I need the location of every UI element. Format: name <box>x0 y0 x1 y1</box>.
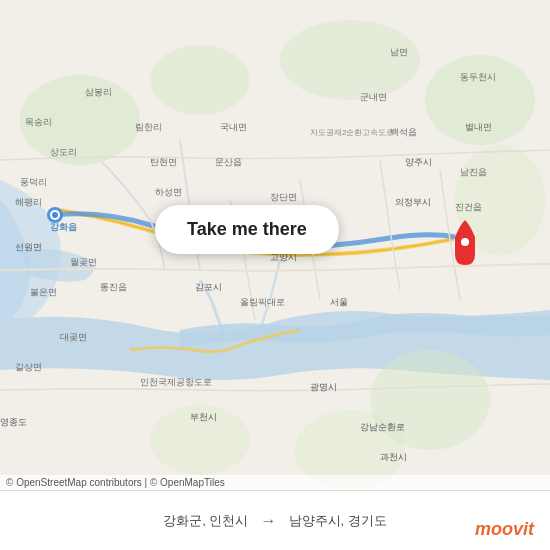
svg-text:동두천시: 동두천시 <box>460 72 496 82</box>
svg-text:남면: 남면 <box>390 47 408 57</box>
svg-text:해평리: 해평리 <box>15 197 42 207</box>
svg-text:올림픽대로: 올림픽대로 <box>240 297 285 307</box>
svg-text:김포시: 김포시 <box>195 282 222 292</box>
svg-text:길상면: 길상면 <box>15 362 42 372</box>
map-attribution: © OpenStreetMap contributors | © OpenMap… <box>0 475 550 490</box>
svg-text:강남순환로: 강남순환로 <box>360 422 405 432</box>
svg-text:인천국제공항도로: 인천국제공항도로 <box>140 377 212 387</box>
svg-text:영종도: 영종도 <box>0 417 27 427</box>
moovit-logo: moovit <box>475 519 534 540</box>
svg-text:남진읍: 남진읍 <box>460 167 487 177</box>
route-to: 남양주시, 경기도 <box>289 512 387 530</box>
svg-text:통진읍: 통진읍 <box>100 282 127 292</box>
svg-text:서울: 서울 <box>330 297 348 307</box>
svg-text:삼봉리: 삼봉리 <box>85 87 112 97</box>
svg-text:강화읍: 강화읍 <box>50 222 77 232</box>
svg-text:진건읍: 진건읍 <box>455 202 482 212</box>
svg-text:문산읍: 문산읍 <box>215 157 242 167</box>
svg-text:과천시: 과천시 <box>380 452 407 462</box>
svg-text:선원면: 선원면 <box>15 242 42 252</box>
svg-text:국내면: 국내면 <box>220 122 247 132</box>
svg-text:대곶면: 대곶면 <box>60 332 87 342</box>
svg-point-2 <box>150 45 250 115</box>
svg-point-50 <box>461 238 469 246</box>
bottom-bar: 강화군, 인천시 → 남양주시, 경기도 moovit <box>0 490 550 550</box>
svg-text:목송리: 목송리 <box>25 117 52 127</box>
svg-point-49 <box>52 212 58 218</box>
svg-text:별내면: 별내면 <box>465 122 492 132</box>
svg-text:광명시: 광명시 <box>310 382 337 392</box>
svg-text:하성면: 하성면 <box>155 187 182 197</box>
route-from: 강화군, 인천시 <box>163 512 248 530</box>
svg-text:림한리: 림한리 <box>135 122 162 132</box>
route-info: 강화군, 인천시 → 남양주시, 경기도 <box>163 512 386 530</box>
svg-text:풍덕리: 풍덕리 <box>20 177 47 187</box>
svg-text:상도리: 상도리 <box>50 147 77 157</box>
svg-text:양주시: 양주시 <box>405 157 432 167</box>
svg-text:불은면: 불은면 <box>30 287 57 297</box>
svg-text:군내면: 군내면 <box>360 92 387 102</box>
svg-text:부천시: 부천시 <box>190 412 217 422</box>
take-me-there-button[interactable]: Take me there <box>155 205 339 254</box>
map-container[interactable]: 목송리 삼봉리 상도리 풍덕리 해평리 강화읍 선원면 월곶면 통진읍 불은면 … <box>0 0 550 490</box>
svg-text:월곶면: 월곶면 <box>70 257 97 267</box>
svg-text:장단면: 장단면 <box>270 192 297 202</box>
svg-text:의정부시: 의정부시 <box>395 197 431 207</box>
route-arrow: → <box>261 512 277 530</box>
svg-text:탄현면: 탄현면 <box>150 157 177 167</box>
svg-point-3 <box>280 20 420 100</box>
svg-text:자도권제2순환고속도로: 자도권제2순환고속도로 <box>310 128 394 137</box>
